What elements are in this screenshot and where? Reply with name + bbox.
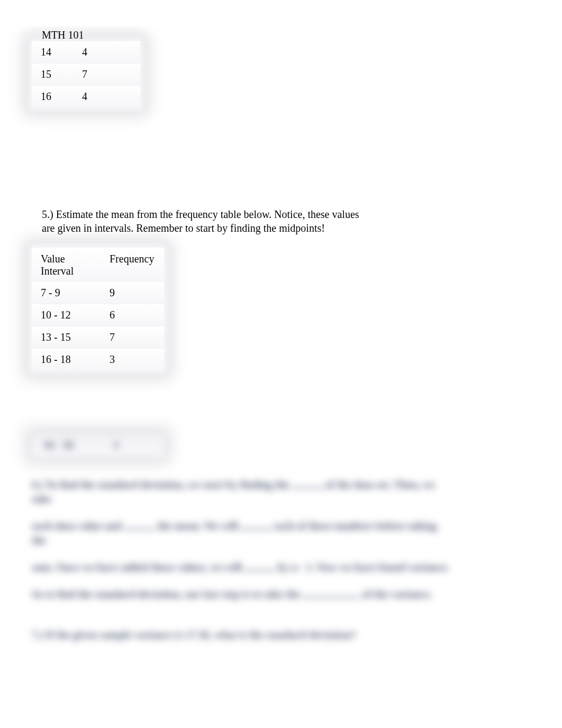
course-header: MTH 101: [42, 29, 84, 41]
table-header-row: Value Interval Frequency: [32, 248, 164, 282]
value-cell: 15: [32, 63, 73, 86]
frequency-cell: 9: [101, 282, 164, 304]
frequency-table-2: Value Interval Frequency 7 - 9 9 10 - 12…: [32, 248, 164, 370]
frequency-cell: 4: [73, 41, 140, 63]
blurred-paragraph: 6.) To find the standard deviation, we s…: [32, 478, 450, 506]
blurred-paragraph: So to find the standard deviation, our l…: [32, 587, 450, 602]
frequency-cell: 7: [101, 326, 164, 349]
table-row: 16 - 18 3: [32, 349, 164, 370]
table-row: 7 - 9 9: [32, 282, 164, 304]
value-cell: 16: [32, 86, 73, 107]
frequency-cell: 4: [73, 86, 140, 107]
blurred-paragraph: 7.) If the given sample variance is 17.3…: [32, 628, 450, 642]
fade-overlay: [0, 633, 562, 728]
interval-cell: 10 - 12: [32, 304, 101, 326]
table-row: 13 - 15 7: [32, 326, 164, 349]
blurred-table-row: 16 - 18 3: [32, 434, 164, 457]
frequency-table-1: 14 4 15 7 16 4: [32, 41, 140, 107]
interval-cell: 16 - 18: [32, 349, 101, 370]
frequency-cell: 6: [101, 304, 164, 326]
blurred-preview-section: 16 - 18 3 6.) To find the standard devia…: [32, 434, 455, 655]
table-row: 14 4: [32, 41, 140, 63]
blurred-paragraph: sum. Once we have added these values, we…: [32, 560, 450, 575]
question-5-text: 5.) Estimate the mean from the frequency…: [42, 207, 370, 235]
table-row: 15 7: [32, 63, 140, 86]
value-cell: 14: [32, 41, 73, 63]
frequency-cell: 3: [101, 349, 164, 370]
header-value-interval: Value Interval: [32, 248, 101, 282]
table-row: 10 - 12 6: [32, 304, 164, 326]
interval-cell: 7 - 9: [32, 282, 101, 304]
header-frequency: Frequency: [101, 248, 164, 282]
interval-cell: 13 - 15: [32, 326, 101, 349]
blurred-paragraph: each data value andthe mean. We willeach…: [32, 519, 450, 548]
frequency-cell: 7: [73, 63, 140, 86]
table-row: 16 4: [32, 86, 140, 107]
